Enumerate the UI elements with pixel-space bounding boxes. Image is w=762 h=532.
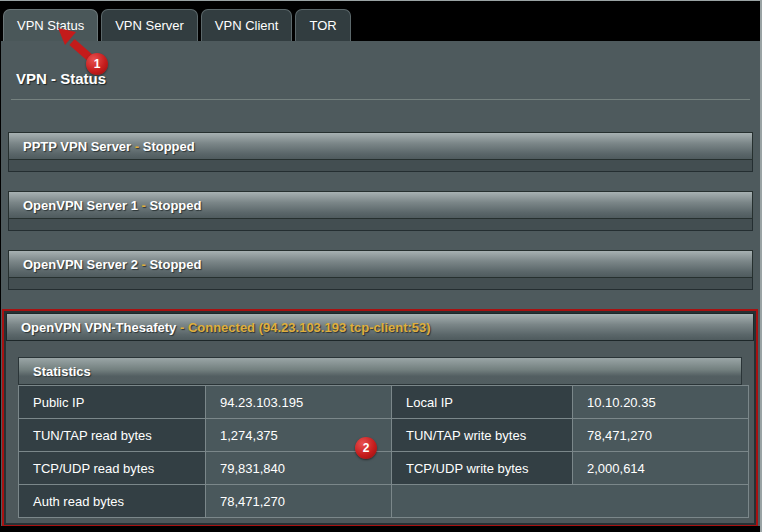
tab-vpn-status[interactable]: VPN Status: [3, 9, 98, 41]
stat-value: 78,471,270: [573, 419, 749, 452]
router-admin-screen: VPN Status VPN Server VPN Client TOR VPN…: [0, 0, 762, 532]
vpn-tab-bar: VPN Status VPN Server VPN Client TOR: [0, 1, 760, 41]
tab-tor[interactable]: TOR: [295, 9, 350, 41]
stat-empty-cell: [392, 485, 749, 518]
table-row: TCP/UDP read bytes 79,831,840 TCP/UDP wr…: [19, 452, 749, 485]
stat-label: TCP/UDP write bytes: [392, 452, 573, 485]
section-title: OpenVPN Server 1: [23, 198, 138, 213]
section-separator: -: [176, 320, 188, 335]
table-row: TUN/TAP read bytes 1,274,375 TUN/TAP wri…: [19, 419, 749, 452]
section-title: OpenVPN VPN-Thesafety: [21, 320, 176, 335]
section-title: OpenVPN Server 2: [23, 257, 138, 272]
section-separator: -: [131, 139, 143, 154]
section-collapsed-strip: [8, 219, 753, 231]
stat-label: Public IP: [19, 386, 206, 419]
section-header-thesafety[interactable]: OpenVPN VPN-Thesafety - Connected (94.23…: [6, 313, 754, 341]
statistics-table: Public IP 94.23.103.195 Local IP 10.10.2…: [18, 385, 749, 518]
annotation-marker-1: 1: [86, 53, 108, 75]
section-openvpn-thesafety: OpenVPN VPN-Thesafety - Connected (94.23…: [6, 313, 754, 523]
stat-value: 10.10.20.35: [573, 386, 749, 419]
section-collapsed-strip: [8, 278, 753, 290]
section-status: Stopped: [149, 257, 201, 272]
section-pptp-vpn-server: PPTP VPN Server - Stopped: [8, 132, 753, 172]
section-openvpn-server-2: OpenVPN Server 2 - Stopped: [8, 250, 753, 290]
tab-vpn-server[interactable]: VPN Server: [101, 9, 198, 41]
title-divider: [11, 99, 750, 100]
stat-label: TUN/TAP read bytes: [19, 419, 206, 452]
section-title: PPTP VPN Server: [23, 139, 131, 154]
page-body: VPN - Status PPTP VPN Server - Stopped O…: [1, 41, 760, 526]
stat-value: 78,471,270: [206, 485, 392, 518]
section-status-connected: Connected (94.23.103.193 tcp-client:53): [188, 320, 431, 335]
table-row: Public IP 94.23.103.195 Local IP 10.10.2…: [19, 386, 749, 419]
section-status: Stopped: [149, 198, 201, 213]
stat-label: Auth read bytes: [19, 485, 206, 518]
section-status: Stopped: [143, 139, 195, 154]
stat-label: Local IP: [392, 386, 573, 419]
tab-vpn-client[interactable]: VPN Client: [201, 9, 293, 41]
section-header-openvpn1[interactable]: OpenVPN Server 1 - Stopped: [8, 191, 753, 219]
section-openvpn-server-1: OpenVPN Server 1 - Stopped: [8, 191, 753, 231]
page-title: VPN - Status: [16, 70, 760, 87]
section-separator: -: [138, 257, 150, 272]
section-header-openvpn2[interactable]: OpenVPN Server 2 - Stopped: [8, 250, 753, 278]
annotation-marker-2: 2: [355, 437, 377, 459]
section-separator: -: [138, 198, 150, 213]
highlight-red-border: OpenVPN VPN-Thesafety - Connected (94.23…: [2, 309, 758, 526]
table-row: Auth read bytes 78,471,270: [19, 485, 749, 518]
stat-value: 2,000,614: [573, 452, 749, 485]
section-collapsed-strip: [8, 160, 753, 172]
section-header-pptp[interactable]: PPTP VPN Server - Stopped: [8, 132, 753, 160]
statistics-header: Statistics: [18, 357, 742, 385]
stat-label: TCP/UDP read bytes: [19, 452, 206, 485]
stat-label: TUN/TAP write bytes: [392, 419, 573, 452]
stat-value: 94.23.103.195: [206, 386, 392, 419]
section-body: Statistics Public IP 94.23.103.195 Local…: [6, 341, 754, 523]
